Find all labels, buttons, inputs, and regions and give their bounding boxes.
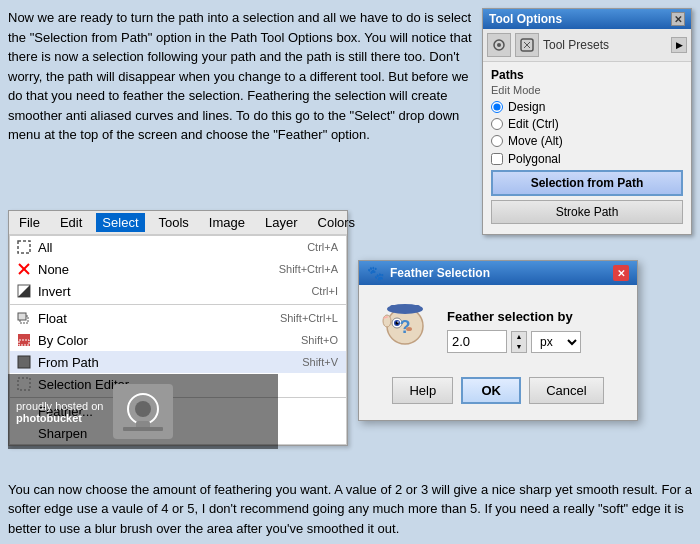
menu-layer[interactable]: Layer (259, 213, 304, 232)
feather-dialog-titlebar: 🐾 Feather Selection ✕ (359, 261, 637, 285)
menu-item-none-label: None (38, 262, 69, 277)
menu-item-from-path-label: From Path (38, 355, 99, 370)
tool-options-toolbar: Tool Presets ▶ (483, 29, 691, 62)
svg-rect-19 (123, 427, 163, 431)
edit-ctrl-label: Edit (Ctrl) (508, 117, 559, 131)
move-alt-radio[interactable] (491, 135, 503, 147)
menu-item-invert-shortcut: Ctrl+I (311, 285, 338, 297)
menu-item-all-shortcut: Ctrl+A (307, 241, 338, 253)
polygonal-checkbox-option: Polygonal (491, 152, 683, 166)
menu-item-invert-label: Invert (38, 284, 71, 299)
menu-select[interactable]: Select (96, 213, 144, 232)
menu-item-by-color[interactable]: By Color Shift+O (10, 329, 346, 351)
menu-item-none[interactable]: None Shift+Ctrl+A (10, 258, 346, 280)
menu-separator-1 (10, 304, 346, 305)
menu-item-float-label: Float (38, 311, 67, 326)
tool-icon-button-1[interactable] (487, 33, 511, 57)
menu-tools[interactable]: Tools (153, 213, 195, 232)
menu-item-none-shortcut: Shift+Ctrl+A (279, 263, 338, 275)
menu-colors[interactable]: Colors (312, 213, 362, 232)
feather-dialog-buttons: Help OK Cancel (375, 377, 621, 404)
selection-from-path-button[interactable]: Selection from Path (491, 170, 683, 196)
feather-value-input[interactable] (447, 330, 507, 353)
stroke-path-button[interactable]: Stroke Path (491, 200, 683, 224)
feather-spinner-up[interactable]: ▲ (512, 332, 526, 342)
float-icon (16, 310, 32, 326)
feather-dialog-close-button[interactable]: ✕ (613, 265, 629, 281)
gimp-mascot-icon: ? (375, 301, 435, 361)
from-path-icon (16, 354, 32, 370)
main-text: Now we are ready to turn the path into a… (8, 8, 478, 145)
none-icon (16, 261, 32, 277)
feather-dialog-icon: 🐾 (367, 265, 384, 281)
svg-text:?: ? (400, 317, 411, 337)
tool-options-titlebar: Tool Options ✕ (483, 9, 691, 29)
feather-selection-label: Feather selection by (447, 309, 581, 324)
feather-dialog-title: Feather Selection (390, 266, 490, 280)
polygonal-label: Polygonal (508, 152, 561, 166)
bottom-text: You can now choose the amount of feather… (8, 480, 693, 539)
menu-item-by-color-label: By Color (38, 333, 88, 348)
edit-ctrl-radio[interactable] (491, 118, 503, 130)
tool-options-title: Tool Options (489, 12, 562, 26)
feather-spinner: ▲ ▼ (511, 331, 527, 353)
move-alt-radio-option: Move (Alt) (491, 134, 683, 148)
svg-rect-27 (390, 305, 420, 311)
paths-title: Paths (491, 68, 683, 82)
menu-edit[interactable]: Edit (54, 213, 88, 232)
svg-rect-11 (18, 313, 26, 320)
invert-icon (16, 283, 32, 299)
expand-button[interactable]: ▶ (671, 37, 687, 53)
polygonal-checkbox[interactable] (491, 153, 503, 165)
feather-cancel-button[interactable]: Cancel (529, 377, 603, 404)
feather-input-group: ▲ ▼ px in mm pt (447, 330, 581, 353)
menu-item-all[interactable]: All Ctrl+A (10, 236, 346, 258)
photobucket-watermark: proudly hosted onphotobucket (8, 374, 278, 449)
svg-rect-5 (18, 241, 30, 253)
menu-file[interactable]: File (13, 213, 46, 232)
svg-point-17 (135, 401, 151, 417)
design-label: Design (508, 100, 545, 114)
feather-input-area: Feather selection by ▲ ▼ px in mm pt (447, 309, 581, 353)
feather-help-button[interactable]: Help (392, 377, 453, 404)
feather-dialog-content: ? Feather selection by ▲ ▼ (359, 285, 637, 420)
edit-mode-title: Edit Mode (491, 84, 683, 96)
paths-section: Paths Edit Mode Design Edit (Ctrl) Move … (483, 62, 691, 234)
tool-options-panel: Tool Options ✕ Tool Presets ▶ Paths Edit… (482, 8, 692, 235)
menu-bar: File Edit Select Tools Image Layer Color… (9, 211, 347, 235)
move-alt-label: Move (Alt) (508, 134, 563, 148)
menu-item-from-path[interactable]: From Path Shift+V (10, 351, 346, 373)
svg-rect-14 (18, 356, 30, 368)
svg-point-1 (497, 43, 501, 47)
menu-item-float-shortcut: Shift+Ctrl+L (280, 312, 338, 324)
by-color-icon (16, 332, 32, 348)
tool-options-close-button[interactable]: ✕ (671, 12, 685, 26)
menu-image[interactable]: Image (203, 213, 251, 232)
photobucket-logo (113, 384, 173, 439)
menu-item-from-path-shortcut: Shift+V (302, 356, 338, 368)
feather-row: ? Feather selection by ▲ ▼ (375, 301, 621, 361)
feather-unit-select[interactable]: px in mm pt (531, 331, 581, 353)
design-radio[interactable] (491, 101, 503, 113)
all-icon (16, 239, 32, 255)
tool-presets-label: Tool Presets (543, 38, 609, 52)
menu-item-all-label: All (38, 240, 52, 255)
svg-point-29 (406, 327, 412, 331)
feather-spinner-down[interactable]: ▼ (512, 342, 526, 352)
edit-ctrl-radio-option: Edit (Ctrl) (491, 117, 683, 131)
feather-dialog: 🐾 Feather Selection ✕ ? (358, 260, 638, 421)
feather-ok-button[interactable]: OK (461, 377, 521, 404)
menu-item-invert[interactable]: Invert Ctrl+I (10, 280, 346, 302)
menu-item-by-color-shortcut: Shift+O (301, 334, 338, 346)
photobucket-text: proudly hosted onphotobucket (16, 400, 103, 424)
design-radio-option: Design (491, 100, 683, 114)
menu-item-float[interactable]: Float Shift+Ctrl+L (10, 307, 346, 329)
tool-icon-button-2[interactable] (515, 33, 539, 57)
